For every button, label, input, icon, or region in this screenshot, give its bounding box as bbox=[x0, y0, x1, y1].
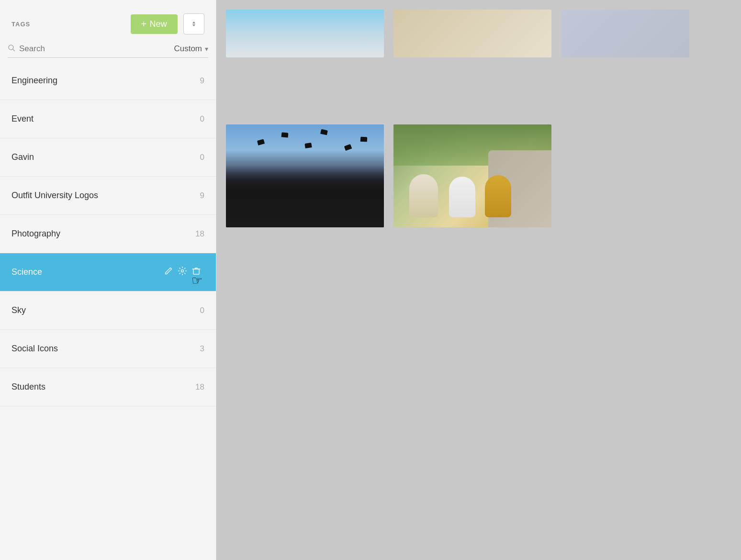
search-input-wrap bbox=[8, 44, 166, 58]
image-card-partial[interactable] bbox=[561, 10, 689, 57]
sort-icon bbox=[190, 20, 198, 28]
tag-name-engineering: Engineering bbox=[11, 76, 200, 86]
tag-item-photography[interactable]: Photography 18 bbox=[0, 215, 216, 253]
tag-item-event[interactable]: Event 0 bbox=[0, 100, 216, 138]
filter-label: Custom bbox=[174, 44, 202, 54]
sort-button[interactable] bbox=[183, 13, 204, 34]
image-card-students-chatting[interactable] bbox=[393, 124, 551, 227]
tag-actions-science bbox=[164, 266, 201, 278]
image-grid bbox=[216, 0, 741, 237]
tag-name-event: Event bbox=[11, 114, 200, 124]
tag-name-social-icons: Social Icons bbox=[11, 344, 200, 354]
trash-icon[interactable] bbox=[192, 267, 201, 278]
tag-name-outfit-university-logos: Outfit University Logos bbox=[11, 190, 200, 201]
plus-icon: + bbox=[141, 19, 147, 29]
tag-count-gavin: 0 bbox=[200, 153, 204, 162]
tag-item-outfit-university-logos[interactable]: Outfit University Logos 9 bbox=[0, 177, 216, 215]
image-card-sky[interactable] bbox=[226, 10, 384, 57]
search-filter-row: Custom ▾ bbox=[0, 44, 216, 58]
svg-line-1 bbox=[13, 49, 15, 51]
tag-count-event: 0 bbox=[200, 114, 204, 124]
new-button[interactable]: + New bbox=[131, 14, 178, 34]
tag-name-photography: Photography bbox=[11, 229, 195, 239]
settings-icon[interactable] bbox=[178, 266, 187, 278]
new-button-label: New bbox=[149, 19, 167, 29]
tag-count-photography: 18 bbox=[195, 229, 204, 239]
main-content bbox=[216, 0, 741, 560]
sidebar-header: TAGS + New bbox=[0, 0, 216, 44]
tag-item-sky[interactable]: Sky 0 bbox=[0, 291, 216, 330]
tag-count-social-icons: 3 bbox=[200, 344, 204, 354]
edit-icon[interactable] bbox=[164, 267, 173, 278]
image-card-people-desk[interactable] bbox=[393, 10, 551, 57]
tag-count-sky: 0 bbox=[200, 306, 204, 315]
spacer-mid bbox=[226, 67, 731, 115]
filter-dropdown[interactable]: Custom ▾ bbox=[166, 44, 208, 58]
image-card-graduation[interactable] bbox=[226, 124, 384, 227]
tag-count-engineering: 9 bbox=[200, 76, 204, 86]
tag-name-science: Science bbox=[11, 267, 164, 277]
tag-name-students: Students bbox=[11, 382, 195, 392]
tag-list: Engineering 9 Event 0 Gavin 0 Outfit Uni… bbox=[0, 62, 216, 560]
chevron-down-icon: ▾ bbox=[205, 45, 208, 53]
tag-item-engineering[interactable]: Engineering 9 bbox=[0, 62, 216, 100]
tag-item-gavin[interactable]: Gavin 0 bbox=[0, 138, 216, 177]
search-icon bbox=[8, 44, 15, 54]
svg-point-2 bbox=[181, 270, 184, 272]
tag-item-science[interactable]: Science bbox=[0, 253, 216, 291]
tag-item-social-icons[interactable]: Social Icons 3 bbox=[0, 330, 216, 368]
tag-count-outfit-university-logos: 9 bbox=[200, 191, 204, 201]
tag-item-students[interactable]: Students 18 bbox=[0, 368, 216, 406]
tag-name-gavin: Gavin bbox=[11, 152, 200, 162]
tags-label: TAGS bbox=[11, 21, 125, 28]
search-input[interactable] bbox=[19, 44, 166, 54]
tag-name-sky: Sky bbox=[11, 305, 200, 315]
tag-count-students: 18 bbox=[195, 382, 204, 392]
svg-rect-3 bbox=[193, 269, 199, 274]
sidebar: TAGS + New Custom ▾ bbox=[0, 0, 216, 560]
